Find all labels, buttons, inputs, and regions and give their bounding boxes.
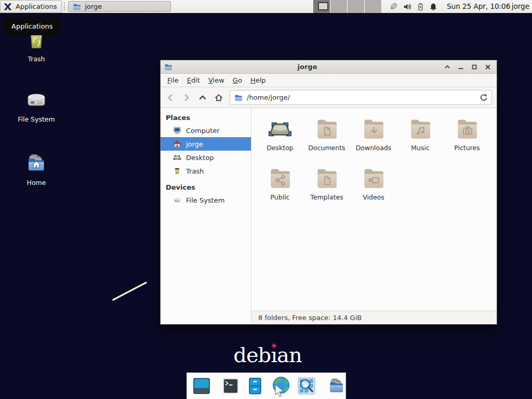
back-button[interactable] [165,92,176,103]
folder-label: Desktop [267,144,294,152]
desktop-icon-label: Trash [28,55,45,63]
workspace-1[interactable] [313,0,330,13]
desktop-icon-label: Home [27,179,46,187]
home-folder-icon [24,151,49,176]
debian-wordmark: debıan [223,343,312,367]
application-finder-launcher[interactable] [296,376,317,396]
sidebar-item-label: jorge [186,140,203,148]
workspace-4[interactable] [365,0,382,13]
minimize-button[interactable] [456,62,466,72]
network-icon[interactable] [389,2,398,11]
toolbar: /home/jorge/ [161,87,497,108]
desktop-icon-label: File System [18,115,55,123]
workspace-3[interactable] [348,0,365,13]
menubar: File Edit View Go Help [161,74,497,87]
trash-icon [173,167,181,175]
folder-item-videos[interactable]: Videos [350,166,397,215]
sidebar-item-label: Trash [186,167,204,175]
shade-button[interactable] [442,62,453,72]
panel-user-menu[interactable]: jorge [512,0,529,13]
window-folder-icon [164,63,172,71]
menu-help[interactable]: Help [246,75,270,86]
menu-go[interactable]: Go [229,75,246,86]
hard-drive-icon [173,196,181,204]
logo-text: deb [233,343,271,367]
folder-label: Pictures [454,144,480,152]
folder-item-music[interactable]: Music [397,116,444,166]
public-folder-icon [268,166,292,191]
cursor-trail-line [109,278,151,304]
folder-item-downloads[interactable]: Downloads [350,116,397,166]
applications-menu-button[interactable]: Applications [0,0,62,13]
system-tray [389,0,437,13]
menu-file[interactable]: File [163,75,183,86]
places-sidebar: Places Computer jorge Desktop Trash Devi… [161,108,251,324]
up-button[interactable] [197,92,208,103]
sidebar-item-desktop[interactable]: Desktop [161,151,251,164]
applications-tooltip: Applications [4,17,60,35]
folder-label: Templates [310,193,343,201]
folder-label: Documents [308,144,345,152]
file-manager-launcher[interactable] [245,376,265,396]
computer-icon [173,126,181,135]
folder-item-public[interactable]: Public [257,166,303,215]
window-content: Places Computer jorge Desktop Trash Devi… [161,108,497,324]
terminal-launcher[interactable] [221,376,241,396]
home-icon [173,140,181,148]
logo-text: an [277,343,302,367]
taskbar-window-button[interactable]: jorge [68,1,171,12]
address-path: /home/jorge/ [247,94,474,101]
bottom-dock-panel [187,373,346,399]
folder-item-desktop[interactable]: Desktop [257,116,303,166]
statusbar: 8 folders, Free space: 14.4 GiB [251,311,497,324]
folder-icon [73,3,81,11]
videos-folder-icon [361,166,386,191]
maximize-button[interactable] [469,62,480,72]
menu-view[interactable]: View [204,75,229,86]
hard-drive-icon [24,87,49,112]
sidebar-item-trash[interactable]: Trash [161,164,251,178]
home-button[interactable] [214,92,224,103]
menu-edit[interactable]: Edit [183,75,204,86]
folder-icon-view[interactable]: Desktop Documents Downloads [251,108,497,311]
address-folder-icon [234,94,243,102]
folder-item-documents[interactable]: Documents [303,116,350,166]
logo-dotted-i: ı [271,343,277,367]
desktop-icon [173,153,181,162]
volume-icon[interactable] [403,3,411,11]
applications-menu-label: Applications [16,3,57,10]
desktop-icon-file-system[interactable]: File System [6,87,66,123]
battery-icon[interactable] [416,3,424,11]
workspace-window-thumbnail [318,2,328,10]
sidebar-item-label: Desktop [186,154,214,162]
sidebar-item-file-system[interactable]: File System [161,193,251,207]
web-browser-launcher[interactable] [270,375,291,397]
file-manager-window: jorge File Edit View Go Help /home/jorge… [160,60,497,325]
show-desktop-button[interactable] [192,376,211,396]
statusbar-text: 8 folders, Free space: 14.4 GiB [258,314,362,322]
sidebar-item-computer[interactable]: Computer [161,124,251,137]
reload-icon[interactable] [478,93,487,102]
window-title: jorge [176,63,439,71]
taskbar-window-label: jorge [85,3,102,10]
forward-button[interactable] [181,92,192,103]
folder-label: Downloads [356,144,392,152]
sidebar-item-home[interactable]: jorge [161,137,251,151]
pictures-folder-icon [455,116,480,141]
documents-folder-icon [314,116,339,141]
desktop-icon-home[interactable]: Home [6,151,66,187]
folder-item-templates[interactable]: Templates [303,166,350,215]
workspace-2[interactable] [330,0,348,13]
notifications-bell-icon[interactable] [429,3,437,11]
window-titlebar[interactable]: jorge [161,60,497,74]
directory-menu-button[interactable] [326,376,347,396]
address-bar[interactable]: /home/jorge/ [230,90,492,105]
icon-view-pane: Desktop Documents Downloads [251,108,497,324]
folder-label: Videos [363,193,384,201]
folder-item-pictures[interactable]: Pictures [444,116,490,166]
panel-separator-handle [64,3,66,10]
close-button[interactable] [483,62,493,72]
sidebar-item-label: Computer [186,127,220,135]
sidebar-item-label: File System [186,196,224,204]
panel-clock[interactable]: Sun 25 Apr, 10:06 [447,0,510,13]
